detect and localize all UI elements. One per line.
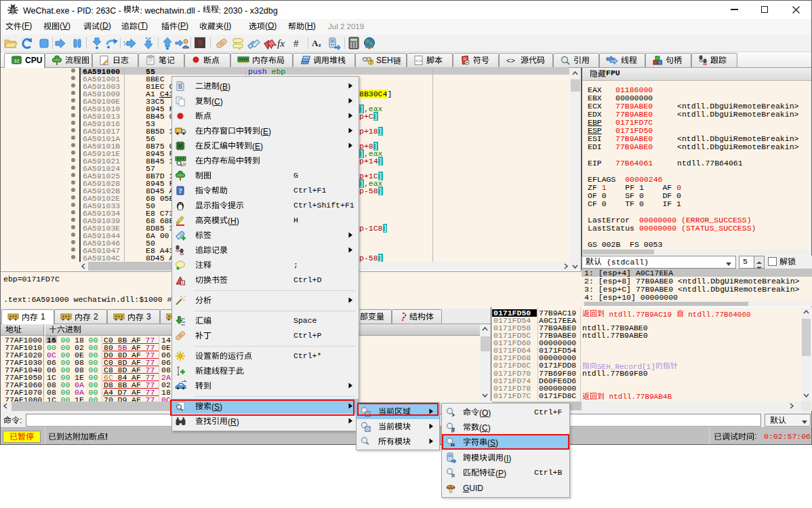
svg-text:<>: <>	[506, 56, 515, 64]
svg-text:01: 01	[182, 323, 186, 326]
svg-text:#: #	[451, 427, 455, 434]
svg-text:fx: fx	[277, 38, 285, 49]
svg-text:10: 10	[178, 86, 182, 90]
svg-text:?: ?	[369, 60, 372, 64]
svg-text:*: *	[366, 441, 369, 448]
svg-text:A: A	[312, 38, 319, 48]
svg-text:#: #	[293, 38, 299, 49]
svg-text:n: n	[182, 281, 184, 286]
svg-text:32: 32	[14, 58, 20, 63]
svg-text:?: ?	[179, 187, 182, 195]
svg-text:z: z	[319, 42, 321, 48]
svg-text:@: @	[182, 162, 186, 166]
svg-text:S: S	[198, 38, 203, 47]
svg-text:<>: <>	[415, 58, 422, 64]
